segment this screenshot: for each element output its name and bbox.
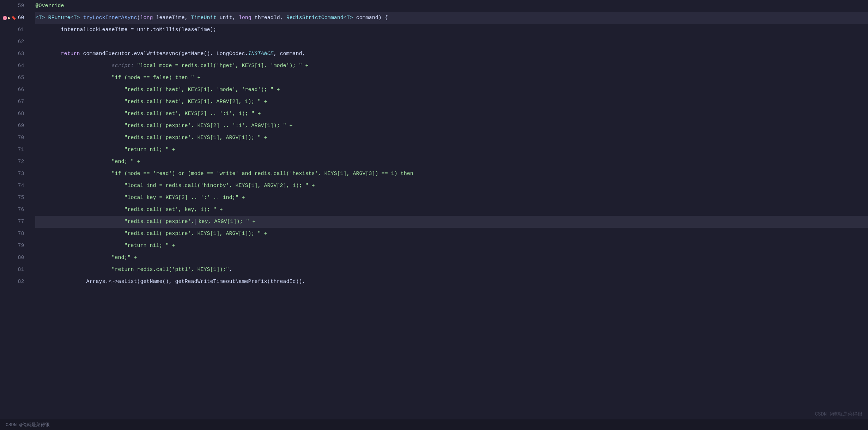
- code-line-76: "redis.call('set', key, 1); " +: [35, 204, 868, 216]
- code-line-69: "redis.call('pexpire', KEYS[2] .. ':1', …: [35, 120, 868, 132]
- code-token: [35, 96, 124, 108]
- line-number-80: 80: [3, 252, 27, 264]
- code-token: long: [239, 12, 255, 24]
- code-token: "end; " +: [112, 156, 140, 168]
- code-token: "return redis.call('pttl', KEYS[1]);": [112, 264, 229, 276]
- code-line-60: <T> RFuture<T> tryLockInnerAsync(long le…: [35, 12, 868, 24]
- code-line-59: @Override: [35, 0, 868, 12]
- bottom-bar-text: CSDN @俺就是菜得很: [6, 422, 50, 428]
- line-num-text: 78: [18, 228, 24, 240]
- line-number-73: 73: [3, 168, 27, 180]
- line-num-text: 75: [18, 192, 24, 204]
- code-token: "local key = KEYS[2] .. ':' .. ind;" +: [125, 192, 245, 204]
- line-number-60: ▶🔖60: [3, 12, 27, 24]
- code-token: RFuture<T>: [48, 12, 83, 24]
- code-line-71: "return nil; " +: [35, 144, 868, 156]
- code-token: "if (mode == 'read') or (mode == 'write'…: [112, 168, 413, 180]
- line-num-text: 71: [18, 144, 24, 156]
- code-token: @Override: [35, 0, 64, 12]
- line-number-65: 65: [3, 72, 27, 84]
- code-token: "return nil; " +: [125, 144, 175, 156]
- code-line-79: "return nil; " +: [35, 240, 868, 252]
- code-token: (: [137, 12, 140, 24]
- code-token: [35, 120, 124, 132]
- line-num-text: 73: [18, 168, 24, 180]
- code-line-70: "redis.call('pexpire', KEYS[1], ARGV[1])…: [35, 132, 868, 144]
- code-line-77: "redis.call('pexpire', key, ARGV[1]); " …: [35, 216, 868, 228]
- line-number-78: 78: [3, 228, 27, 240]
- code-token: [35, 72, 111, 84]
- code-token: commandExecutor.evalWriteAsync(getName()…: [83, 48, 248, 60]
- bookmark-icon: 🔖: [11, 12, 16, 24]
- code-line-73: "if (mode == 'read') or (mode == 'write'…: [35, 168, 868, 180]
- line-num-text: 72: [18, 156, 24, 168]
- code-token: "redis.call('set', key, 1); " +: [125, 204, 223, 216]
- line-num-text: 82: [18, 276, 24, 288]
- line-num-text: 66: [18, 84, 24, 96]
- code-token: "local ind = redis.call('hincrby', KEYS[…: [125, 180, 315, 192]
- line-num-text: 79: [18, 240, 24, 252]
- line-number-59: 59: [3, 0, 27, 12]
- code-token: "local mode = redis.call('hget', KEYS[1]…: [137, 60, 309, 72]
- line-num-text: 61: [18, 24, 24, 36]
- code-token: [35, 252, 111, 264]
- line-number-81: 81: [3, 264, 27, 276]
- code-content[interactable]: @Override<T> RFuture<T> tryLockInnerAsyn…: [30, 0, 868, 419]
- code-token: "redis.call('set', KEYS[2] .. ':1', 1); …: [125, 108, 261, 120]
- code-token: internalLockLeaseTime = unit.toMillis(le…: [35, 24, 216, 36]
- code-token: "redis.call('hset', KEYS[1], ARGV[2], 1)…: [125, 96, 267, 108]
- line-num-text: 62: [18, 36, 24, 48]
- line-number-76: 76: [3, 204, 27, 216]
- code-token: , command,: [274, 48, 305, 60]
- line-num-text: 70: [18, 132, 24, 144]
- code-token: "if (mode == false) then " +: [112, 72, 201, 84]
- code-token: [35, 228, 124, 240]
- line-num-text: 60: [18, 12, 24, 24]
- line-numbers: 59▶🔖606162636465666768697071727374757677…: [0, 0, 30, 419]
- line-num-text: 76: [18, 204, 24, 216]
- code-token: "redis.call('pexpire',: [125, 216, 194, 228]
- line-num-text: 68: [18, 108, 24, 120]
- code-token: [35, 108, 124, 120]
- code-token: TimeUnit: [191, 12, 220, 24]
- line-number-77: 77: [3, 216, 27, 228]
- code-area: 59▶🔖606162636465666768697071727374757677…: [0, 0, 868, 419]
- code-token: long: [140, 12, 156, 24]
- code-token: [35, 132, 124, 144]
- line-number-66: 66: [3, 84, 27, 96]
- code-line-72: "end; " +: [35, 156, 868, 168]
- line-num-text: 65: [18, 72, 24, 84]
- code-token: command) {: [356, 12, 388, 24]
- code-token: <T>: [35, 12, 48, 24]
- code-token: "return nil; " +: [125, 240, 175, 252]
- code-line-61: internalLockLeaseTime = unit.toMillis(le…: [35, 24, 868, 36]
- code-token: "redis.call('pexpire', KEYS[1], ARGV[1])…: [125, 228, 267, 240]
- code-token: [35, 84, 124, 96]
- line-num-text: 81: [18, 264, 24, 276]
- line-num-text: 80: [18, 252, 24, 264]
- code-token: [35, 60, 111, 72]
- code-editor: 59▶🔖606162636465666768697071727374757677…: [0, 0, 868, 430]
- code-line-78: "redis.call('pexpire', KEYS[1], ARGV[1])…: [35, 228, 868, 240]
- code-token: [35, 168, 111, 180]
- code-line-64: script: "local mode = redis.call('hget',…: [35, 60, 868, 72]
- debug-indicators: ▶🔖: [3, 12, 16, 24]
- line-num-text: 63: [18, 48, 24, 60]
- line-num-text: 69: [18, 120, 24, 132]
- code-line-75: "local key = KEYS[2] .. ':' .. ind;" +: [35, 192, 868, 204]
- line-number-74: 74: [3, 180, 27, 192]
- code-token: [35, 264, 111, 276]
- breakpoint-icon: [3, 16, 7, 20]
- code-token: "redis.call('pexpire', KEYS[2] .. ':1', …: [125, 120, 293, 132]
- line-number-63: 63: [3, 48, 27, 60]
- code-token: unit,: [220, 12, 239, 24]
- code-token: ,: [229, 264, 232, 276]
- line-number-62: 62: [3, 36, 27, 48]
- line-number-61: 61: [3, 24, 27, 36]
- line-number-72: 72: [3, 156, 27, 168]
- debug-arrow-icon: ▶: [8, 12, 11, 24]
- code-token: return: [61, 48, 83, 60]
- bottom-bar: CSDN @俺就是菜得很: [0, 419, 868, 430]
- code-token: "end;" +: [112, 252, 137, 264]
- code-token: [35, 216, 124, 228]
